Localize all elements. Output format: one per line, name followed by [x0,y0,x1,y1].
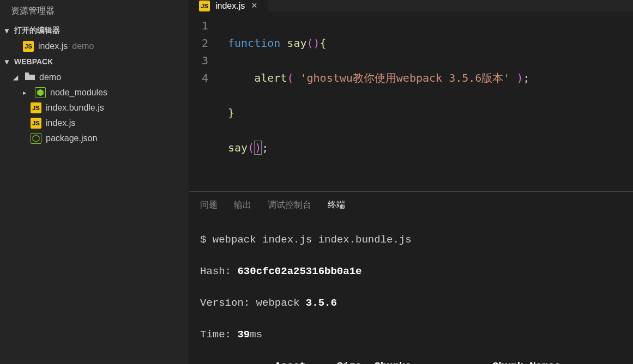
nodejs-folder-icon [35,87,46,98]
token-function: say [280,37,306,50]
line-number: 1 [189,17,208,34]
file-label: index.js [46,118,75,128]
tab-debug-console[interactable]: 调试控制台 [268,199,311,211]
folder-label: demo [39,72,61,82]
chevron-right-icon: ▸ [23,89,31,96]
token-paren: ( [248,141,254,154]
token-brace: { [320,37,327,50]
tab-output[interactable]: 输出 [234,199,251,211]
file-index-bundle[interactable]: JS index.bundle.js [0,100,189,116]
token-string: 'ghostwu教你使用webpack 3.5.6版本' [300,71,510,84]
token-function: say [228,141,248,154]
tab-problems[interactable]: 问题 [200,199,218,211]
folder-node-modules[interactable]: ▸ node_modules [0,85,189,100]
line-gutter: 1 2 3 4 [189,17,219,191]
close-icon[interactable]: × [250,0,258,11]
folder-label: node_modules [50,88,107,98]
js-file-icon: JS [31,102,41,113]
js-file-icon: JS [23,41,34,52]
line-number: 4 [189,69,208,87]
tab-bar: JS index.js × [189,0,633,11]
code-content[interactable]: function say(){ alert( 'ghostwu教你使用webpa… [219,17,633,191]
token-paren: () [307,37,320,50]
terminal-line: $ webpack index.js index.bundle.js [200,232,622,248]
sidebar: 资源管理器 ▾ 打开的编辑器 JS index.js demo ▾ WEBPAC… [0,0,189,364]
explorer-title: 资源管理器 [0,0,189,22]
token-function: alert [254,71,287,84]
file-package-json[interactable]: package.json [0,131,189,146]
token-paren: ) [516,71,523,84]
open-editors-label: 打开的编辑器 [14,26,60,35]
chevron-down-icon: ▾ [2,26,11,35]
folder-demo[interactable]: ◢ demo [0,69,189,85]
open-editors-header[interactable]: ▾ 打开的编辑器 [0,22,189,39]
terminal-line: Time: 39ms [200,327,622,343]
open-editor-item[interactable]: JS index.js demo [0,39,189,54]
bottom-panel: 问题 输出 调试控制台 终端 $ webpack index.js index.… [189,191,633,364]
file-label: package.json [46,134,97,143]
open-editor-dir: demo [72,41,94,51]
token-paren: ( [287,71,293,84]
tab-label: index.js [215,1,245,11]
token-keyword: function [228,37,280,50]
line-number: 3 [189,52,208,69]
terminal-line: Version: webpack 3.5.6 [200,295,622,311]
terminal-line: Hash: 630cfc02a25316bb0a1e [200,264,622,280]
main-area: JS index.js × 1 2 3 4 function say(){ al… [189,0,633,364]
token-semi: ; [262,141,268,154]
workspace-header[interactable]: ▾ WEBPACK [0,54,189,69]
file-label: index.bundle.js [46,103,104,113]
nodejs-file-icon [31,133,41,144]
js-file-icon: JS [199,1,210,11]
token-brace: } [228,106,234,119]
panel-tabs: 问题 输出 调试控制台 终端 [189,192,633,216]
terminal-line: Asset Size Chunks Chunk Names [200,359,622,364]
workspace-label: WEBPACK [14,57,53,66]
line-number: 2 [189,34,208,52]
chevron-down-icon: ◢ [13,74,21,81]
js-file-icon: JS [31,118,41,129]
code-editor[interactable]: 1 2 3 4 function say(){ alert( 'ghostwu教… [189,11,633,191]
tab-terminal[interactable]: 终端 [328,199,345,211]
token-semi: ; [523,71,529,84]
token-paren: ) [254,141,262,155]
chevron-down-icon: ▾ [2,57,11,66]
folder-icon [25,71,35,83]
tab-index-js[interactable]: JS index.js × [189,0,268,11]
open-editor-filename: index.js [38,41,68,51]
terminal[interactable]: $ webpack index.js index.bundle.js Hash:… [189,216,633,364]
token-indent [228,71,254,84]
file-index-js[interactable]: JS index.js [0,116,189,131]
